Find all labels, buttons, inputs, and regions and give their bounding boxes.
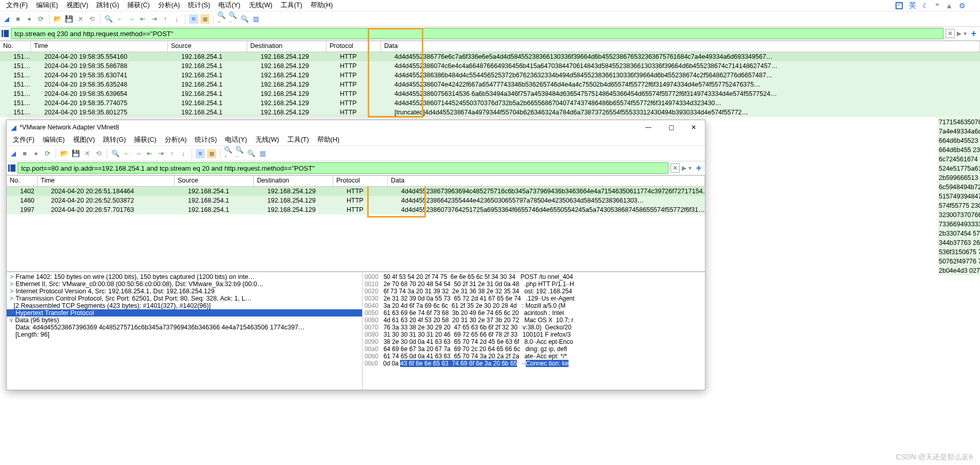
menu-stats[interactable]: 统计(S) [192,136,220,144]
down-icon[interactable]: ↓ [179,149,188,158]
display-filter-bar[interactable]: ✕ ▶ ▾ + [0,27,980,41]
zoom-reset-icon[interactable]: 🔍 [247,149,256,158]
win-maximize[interactable]: ▢ [660,120,682,135]
tree-node[interactable]: >Frame 1402: 150 bytes on wire (1200 bit… [7,273,362,280]
menu-view[interactable]: 视图(V) [70,136,98,144]
ime-check-icon[interactable] [896,2,903,9]
col-data[interactable]: Data [381,41,980,52]
menu-wireless[interactable]: 无线(W) [246,1,276,10]
menu-telephony[interactable]: 电话(Y) [215,1,244,10]
menu-tools[interactable]: 工具(T) [278,1,305,10]
win2-display-filter-input[interactable] [18,162,668,174]
menu-help[interactable]: 帮助(H) [314,136,342,144]
win2-titlebar[interactable]: ◢ *VMware Network Adapter VMnet8 — ▢ ✕ [7,120,705,135]
menu-analyze[interactable]: 分析(A) [155,1,183,10]
packet-row[interactable]: 151…2024-04-20 19:58:35.635248192.168.25… [0,80,980,89]
open-folder-icon[interactable]: 📂 [53,14,62,24]
square-icon[interactable]: ■ [20,149,29,158]
gear-icon[interactable]: ⚙ [959,2,966,10]
fin-icon[interactable]: ◢ [9,149,18,158]
columns-icon[interactable]: ▥ [258,149,267,158]
packet-row[interactable]: 151…2024-04-20 19:58:35.554160192.168.25… [0,52,980,61]
hex-row[interactable]: 00c0 0d 0a 43 6f 6e 6e 65 63 74 69 6f 6e… [365,360,703,367]
win2-packet-list-header[interactable]: No. Time Source Destination Protocol Dat… [7,175,705,187]
zoom-in-icon[interactable]: 🔍⁺ [224,149,233,158]
hex-row[interactable]: 0030 2e 31 32 39 0d 0a 55 73 65 72 2d 41… [365,295,703,302]
hex-row[interactable]: 0070 76 3a 33 38 2e 30 29 20 47 65 63 6b… [365,324,703,331]
open-folder-icon[interactable]: 📂 [60,149,69,158]
packet-details-tree[interactable]: >Frame 1402: 150 bytes on wire (1200 bit… [7,272,362,390]
packet-row[interactable]: 14022024-04-20 20:26:51.184464192.168.25… [7,187,705,196]
win-close[interactable]: ✕ [682,120,705,135]
down-icon[interactable]: ↓ [172,14,181,24]
fwd-icon[interactable]: → [133,149,143,158]
menu-analyze[interactable]: 分析(A) [162,136,190,144]
col-no[interactable]: No. [7,176,38,186]
menu-go[interactable]: 跳转(G) [93,1,122,10]
menu-help[interactable]: 帮助(H) [307,1,336,10]
back-icon[interactable]: ← [115,14,125,24]
menu-edit[interactable]: 编辑(E) [40,136,68,144]
packet-row[interactable]: 151…2024-04-20 19:58:35.586788192.168.25… [0,61,980,71]
tree-node[interactable]: >Hypertext Transfer Protocol [7,309,362,317]
menu-wireless[interactable]: 无线(W) [252,136,282,144]
col-data[interactable]: Data [388,176,705,186]
packet-row[interactable]: 14602024-04-20 20:26:52.503872192.168.25… [7,196,705,205]
hex-row[interactable]: 0060 4d 61 63 20 4f 53 20 58 20 31 30 2e… [365,317,703,324]
menu-view[interactable]: 视图(V) [63,1,92,10]
step-back-icon[interactable]: ⇤ [138,14,147,24]
filter-bookmark-icon[interactable] [2,30,9,37]
packet-row[interactable]: 19972024-04-20 20:26:57.701763192.168.25… [7,205,705,214]
win2-filter-bar[interactable]: ✕ ▶ ▾ + [7,161,705,175]
win-minimize[interactable]: — [637,120,660,135]
packet-row[interactable]: 151…2024-04-20 19:58:35.774075192.168.25… [0,98,980,108]
filter-history-drop[interactable]: ▾ [964,30,967,37]
reload-icon[interactable]: ⟲ [87,14,96,24]
hex-row[interactable]: 0080 31 30 30 31 30 31 20 46 69 72 65 66… [365,331,703,338]
col-dst[interactable]: Destination [247,41,326,52]
step-fwd-icon[interactable]: ⇥ [156,149,165,158]
display-filter-input[interactable] [11,28,943,39]
col-time[interactable]: Time [31,41,168,52]
hex-row[interactable]: 00a0 64 69 6e 67 3a 20 67 7a 69 70 2c 20… [365,345,703,353]
packet-row[interactable]: 151…2024-04-20 19:58:35.630741192.168.25… [0,71,980,80]
moon-icon[interactable]: ☾ [922,2,929,10]
square-icon[interactable]: ■ [13,14,23,24]
main-menu-bar[interactable]: 文件(F) 编辑(E) 视图(V) 跳转(G) 捕获(C) 分析(A) 统计(S… [0,0,980,11]
close-icon[interactable]: ✕ [76,14,85,24]
hex-row[interactable]: 0090 38 2e 30 0d 0a 41 63 63 65 70 74 2d… [365,338,703,345]
col-proto[interactable]: Protocol [333,176,388,186]
hex-dump-pane[interactable]: 0000 50 4f 53 54 20 2f 74 75 6e 6e 65 6c… [362,272,705,390]
hex-row[interactable]: 0040 3a 20 4d 6f 7a 69 6c 6c 61 2f 35 2e… [365,302,703,309]
menu-file[interactable]: 文件(F) [10,136,38,144]
main-toolbar[interactable]: ◢ ■ ● ⟳ 📂 💾 ✕ ⟲ 🔍 ← → ⇤ ⇥ ↑ ↓ ≡ ≣ 🔍⁺ 🔍⁻ … [0,11,980,27]
zoom-out-icon[interactable]: 🔍⁻ [229,14,238,24]
reload-icon[interactable]: ⟲ [94,149,103,158]
restart-icon[interactable]: ⟳ [36,14,45,24]
filter-apply-arrow[interactable]: ▶ [957,30,961,37]
hex-row[interactable]: 0050 61 63 69 6e 74 6f 73 68 3b 20 49 6e… [365,309,703,317]
lines-icon[interactable]: ≡ [196,149,205,158]
filter-history-drop[interactable]: ▾ [689,164,692,172]
packet-list-outer[interactable]: 151…2024-04-20 19:58:35.554160192.168.25… [0,52,980,118]
zoom-in-icon[interactable]: 🔍⁺ [217,14,227,24]
fin-icon[interactable]: ◢ [2,14,11,24]
menu-telephony[interactable]: 电话(Y) [222,136,250,144]
close-icon[interactable]: ✕ [82,149,92,158]
hex-row[interactable]: 00b0 61 74 65 0d 0a 41 63 63 65 70 74 3a… [365,353,703,360]
col-proto[interactable]: Protocol [326,41,381,52]
fwd-icon[interactable]: → [127,14,136,24]
tree-node[interactable]: vData (96 bytes) [7,317,362,324]
save-icon[interactable]: 💾 [64,14,74,24]
packet-list-header[interactable]: No. Time Source Destination Protocol Dat… [0,41,980,52]
step-fwd-icon[interactable]: ⇥ [149,14,159,24]
menu-tools[interactable]: 工具(T) [284,136,312,144]
tree-node[interactable]: >Internet Protocol Version 4, Src: 192.1… [7,288,362,295]
search-icon[interactable]: 🔍 [104,14,113,24]
stack-icon[interactable]: ≣ [200,14,210,24]
col-time[interactable]: Time [38,176,175,186]
packet-row[interactable]: 151…2024-04-20 19:58:35.639654192.168.25… [0,89,980,98]
filter-add-button[interactable]: + [694,163,703,174]
packet-row[interactable]: 151…2024-04-20 19:58:35.801275192.168.25… [0,108,980,117]
menu-stats[interactable]: 统计(S) [185,1,213,10]
